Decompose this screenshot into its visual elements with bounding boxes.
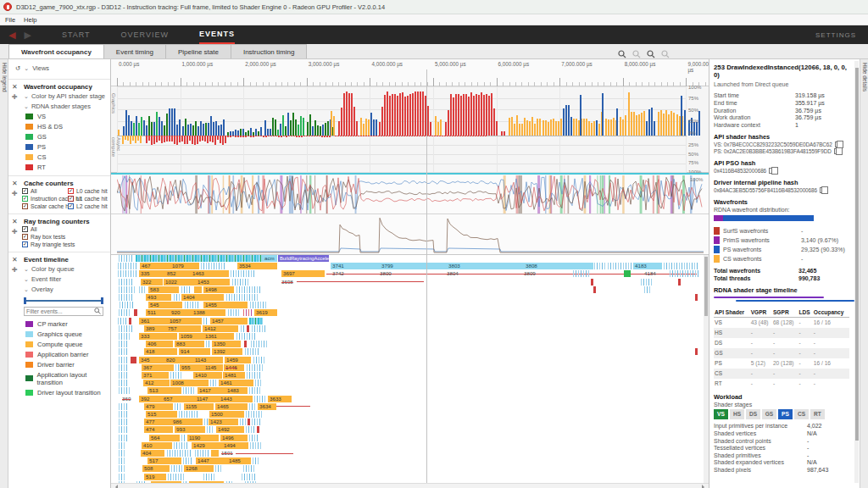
filter-events-input[interactable] (24, 307, 103, 316)
event-tick-cluster[interactable] (119, 325, 134, 332)
event-bar[interactable]: 1388 (192, 309, 225, 316)
copy-icon[interactable] (820, 187, 825, 193)
event-tick-cluster[interactable] (119, 348, 129, 355)
event-bar[interactable]: 515 (146, 411, 177, 418)
event-bar[interactable]: 322 (141, 279, 163, 286)
event-tick-cluster[interactable] (250, 442, 261, 449)
event-bar[interactable]: 3799 (380, 263, 447, 269)
zoom-to-selection-icon[interactable] (618, 47, 626, 55)
checkbox-box[interactable]: ✓ (68, 203, 74, 209)
zoom-out-icon[interactable] (661, 47, 670, 55)
event-bar[interactable]: 1410 (193, 372, 222, 379)
event-timeline[interactable]: acmBuildRaytracingAccele4671079353437413… (111, 255, 709, 483)
event-tick-cluster[interactable] (206, 341, 210, 347)
event-tick-cluster[interactable] (215, 465, 222, 472)
event-bar[interactable]: 1008 (170, 380, 209, 386)
event-bar[interactable]: 511 (146, 309, 170, 316)
event-bar[interactable]: 406 (146, 341, 173, 347)
event-bar[interactable]: 3697 (281, 270, 325, 277)
event-tick-cluster[interactable] (250, 302, 267, 308)
event-tick-cluster[interactable] (201, 263, 226, 269)
nav-item-start[interactable]: START (62, 25, 91, 44)
move-icon[interactable]: ✚ (12, 190, 18, 197)
event-bar[interactable]: 1461 (219, 380, 253, 386)
event-tick-cluster[interactable] (204, 419, 208, 425)
event-tick-cluster[interactable] (119, 419, 127, 425)
event-tick-cluster[interactable] (255, 380, 261, 386)
event-bar[interactable]: 367 (142, 364, 174, 371)
event-bar[interactable]: 757 (166, 325, 201, 332)
event-tick-cluster[interactable] (119, 426, 127, 433)
checkbox-box[interactable]: ✓ (22, 226, 28, 232)
event-tick-cluster[interactable] (251, 341, 267, 347)
event-mark[interactable] (248, 419, 250, 425)
event-tick-cluster[interactable] (246, 426, 254, 433)
close-icon[interactable]: ✕ (12, 83, 20, 91)
tab-event-timing[interactable]: Event timing (103, 44, 166, 58)
hide-legend-strip[interactable]: Hide legend (0, 59, 8, 488)
dropdown-rdna-shader-stages[interactable]: ⌄RDNA shader stages (8, 101, 110, 111)
checkbox-box[interactable]: ✓ (68, 196, 74, 202)
event-tick-cluster[interactable] (232, 279, 249, 286)
event-bar[interactable]: 1350 (212, 341, 241, 347)
event-tick-cluster[interactable] (228, 309, 241, 316)
event-bar[interactable]: 1412 (203, 325, 238, 332)
close-icon[interactable]: ✕ (12, 180, 20, 187)
event-bar[interactable]: 914 (179, 348, 210, 355)
event-tick-cluster[interactable] (181, 435, 186, 441)
event-bar[interactable]: 1392 (212, 348, 242, 355)
checkbox-ray-box-tests[interactable]: ✓Ray box tests (22, 233, 110, 241)
event-tick-cluster[interactable] (183, 387, 194, 394)
event-tick-cluster[interactable] (249, 435, 259, 441)
event-bar[interactable]: 1492 (216, 426, 244, 433)
event-mark[interactable]: 3742 (332, 270, 354, 277)
event-tick-cluster[interactable] (252, 419, 260, 425)
event-mark[interactable] (624, 270, 631, 277)
event-mark[interactable] (695, 294, 698, 301)
event-tick-cluster[interactable] (249, 318, 263, 324)
event-bar[interactable]: 418 (144, 348, 177, 355)
event-bar[interactable]: 1404 (181, 294, 224, 301)
event-bar[interactable]: 955 (180, 364, 203, 371)
event-tick-cluster[interactable] (119, 294, 134, 301)
event-tick-cluster[interactable] (118, 270, 136, 277)
checkbox-box[interactable]: ✓ (22, 234, 28, 240)
event-tick-cluster[interactable] (181, 286, 192, 293)
event-bar[interactable]: 1429 (192, 442, 222, 449)
timeline-chart-area[interactable]: 0.000 µs1,000.000 µs2,000.000 µs3,000.00… (111, 59, 709, 488)
event-tick-cluster[interactable] (241, 325, 245, 332)
event-bar[interactable]: 1057 (168, 318, 202, 324)
event-bar[interactable]: 993 (175, 426, 205, 433)
event-bar[interactable]: 1500 (209, 411, 244, 418)
back-arrow-icon[interactable]: ◀ (8, 30, 15, 40)
event-bar[interactable]: 883 (175, 341, 204, 347)
event-bar[interactable]: 474 (144, 426, 173, 433)
event-bar[interactable]: 493 (146, 294, 171, 301)
event-bar[interactable]: acm (263, 255, 277, 262)
event-bar[interactable]: 583 (148, 286, 179, 293)
stage-button-vs[interactable]: VS (714, 409, 728, 419)
event-tick-cluster[interactable] (253, 357, 266, 363)
checkbox-instruction-cache-hit[interactable]: ✓Instruction cache hit (22, 195, 66, 202)
event-tick-cluster[interactable] (243, 465, 255, 472)
event-tick-cluster[interactable] (119, 279, 134, 286)
event-mark[interactable] (244, 341, 247, 347)
event-bar[interactable]: 852 (165, 270, 191, 277)
event-bar[interactable]: 1465 (215, 403, 248, 410)
event-tick-cluster[interactable] (170, 372, 183, 379)
event-tick-cluster[interactable] (242, 474, 255, 480)
copy-icon[interactable] (769, 168, 774, 174)
event-bar[interactable]: 3634 (258, 403, 276, 410)
event-tick-cluster[interactable] (120, 302, 133, 308)
event-bar[interactable]: 1483 (225, 387, 248, 394)
event-tick-cluster[interactable] (249, 403, 256, 410)
event-tick-cluster[interactable] (119, 380, 129, 386)
event-mark[interactable]: 3804 (447, 270, 469, 277)
event-tick-cluster[interactable] (119, 387, 130, 394)
details-panel-scrollbar[interactable] (854, 61, 859, 483)
event-tick-cluster[interactable] (608, 263, 632, 269)
event-bar[interactable]: 508 (142, 465, 170, 472)
checkbox-scalar-cache-hit[interactable]: ✓Scalar cache hit (22, 202, 66, 210)
event-tick-cluster[interactable] (226, 294, 259, 301)
event-mark[interactable]: 3809 (524, 270, 546, 277)
